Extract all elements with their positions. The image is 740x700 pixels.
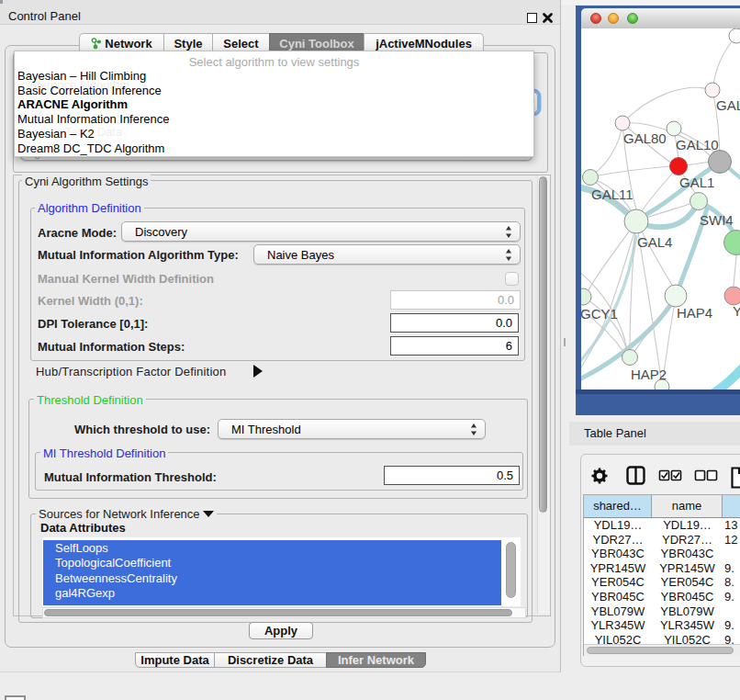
svg-text:GAL80: GAL80 — [623, 130, 667, 146]
svg-text:SWI4: SWI4 — [700, 212, 734, 228]
svg-text:YD: YD — [733, 303, 740, 319]
svg-text:GAL1: GAL1 — [679, 175, 714, 190]
svg-text:HAP4: HAP4 — [677, 305, 712, 321]
svg-text:GCY1: GCY1 — [581, 306, 618, 322]
svg-text:GAL11: GAL11 — [591, 186, 633, 202]
svg-text:GAL2: GAL2 — [716, 97, 740, 113]
svg-text:HAP2: HAP2 — [631, 367, 667, 382]
svg-text:GAL10: GAL10 — [676, 137, 719, 152]
svg-text:GAL4: GAL4 — [637, 234, 672, 250]
